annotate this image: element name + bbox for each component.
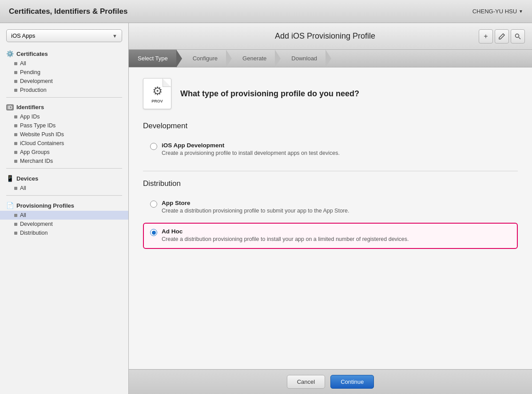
sidebar-section-provisioning: 📄 Provisioning Profiles xyxy=(0,198,128,211)
sidebar-item-merchant-ids[interactable]: Merchant IDs xyxy=(0,157,128,165)
bullet-icon xyxy=(14,214,17,217)
sidebar-item-label: Development xyxy=(20,221,53,227)
sidebar-item-label: Pass Type IDs xyxy=(20,122,56,129)
radio-app-store[interactable]: App Store Create a distribution provisio… xyxy=(143,194,518,221)
top-bar: Certificates, Identifiers & Profiles CHE… xyxy=(0,0,532,23)
radio-circle-ad-hoc xyxy=(150,229,157,236)
devices-icon: 📱 xyxy=(6,175,14,182)
sidebar-item-label: Development xyxy=(20,78,53,84)
bullet-icon xyxy=(14,142,17,145)
section-divider xyxy=(143,171,518,171)
sidebar-section-certificates: ⚙️ Certificates xyxy=(0,47,128,59)
radio-ios-app-development[interactable]: iOS App Development Create a provisionin… xyxy=(143,137,518,163)
sidebar-item-label: All xyxy=(20,60,26,67)
wizard-step-configure[interactable]: Configure xyxy=(177,50,226,67)
content-body: ⚙ PROV What type of provisioning profile… xyxy=(129,67,532,369)
sidebar-item-website-push-ids[interactable]: Website Push IDs xyxy=(0,130,128,139)
sidebar-item-app-groups[interactable]: App Groups xyxy=(0,148,128,157)
wizard-step-label: Download xyxy=(291,55,317,62)
provisioning-icon: 📄 xyxy=(6,202,14,209)
sidebar-item-label: iCloud Containers xyxy=(20,140,64,146)
sidebar-divider xyxy=(6,168,122,169)
identifiers-section-label: Identifiers xyxy=(16,104,44,110)
prov-label: PROV xyxy=(151,99,163,103)
sidebar-item-certs-all[interactable]: All xyxy=(0,59,128,68)
distribution-section-heading: Distribution xyxy=(143,179,518,188)
continue-button[interactable]: Continue xyxy=(330,375,374,389)
radio-desc-app-store: Create a distribution provisioning profi… xyxy=(162,207,349,215)
bullet-icon xyxy=(14,151,17,154)
development-section-heading: Development xyxy=(143,122,518,130)
user-menu[interactable]: CHENG-YU HSU ▼ xyxy=(472,8,523,15)
certificates-icon: ⚙️ xyxy=(6,50,14,57)
platform-dropdown-label: iOS Apps xyxy=(11,32,35,39)
bullet-icon xyxy=(14,115,17,118)
certificates-section-label: Certificates xyxy=(16,51,48,57)
sidebar: iOS Apps ▼ ⚙️ Certificates All Pending D… xyxy=(0,23,129,394)
wizard-step-label: Configure xyxy=(193,55,218,62)
sidebar-divider xyxy=(6,97,122,98)
sidebar-item-label: App IDs xyxy=(20,114,40,120)
platform-dropdown-chevron: ▼ xyxy=(112,33,117,39)
prov-icon: ⚙ PROV xyxy=(143,78,171,109)
radio-content-ios-dev: iOS App Development Create a provisionin… xyxy=(162,142,340,158)
sidebar-item-label: Website Push IDs xyxy=(20,131,64,138)
devices-section-label: Devices xyxy=(16,175,38,182)
radio-ad-hoc[interactable]: Ad Hoc Create a distribution provisionin… xyxy=(143,223,518,249)
bullet-icon xyxy=(14,160,17,163)
bullet-icon xyxy=(14,133,17,136)
main-layout: iOS Apps ▼ ⚙️ Certificates All Pending D… xyxy=(0,23,532,394)
user-chevron-icon: ▼ xyxy=(519,9,523,14)
sidebar-item-label: App Groups xyxy=(20,149,50,155)
sidebar-item-label: Merchant IDs xyxy=(20,158,53,164)
sidebar-item-label: Distribution xyxy=(20,230,48,236)
app-title: Certificates, Identifiers & Profiles xyxy=(9,7,127,16)
wizard-step-generate[interactable]: Generate xyxy=(226,50,275,67)
add-button[interactable]: + xyxy=(479,29,493,43)
sidebar-item-certs-production[interactable]: Production xyxy=(0,86,128,95)
sidebar-item-certs-development[interactable]: Development xyxy=(0,77,128,86)
sidebar-item-icloud-containers[interactable]: iCloud Containers xyxy=(0,139,128,148)
platform-dropdown[interactable]: iOS Apps ▼ xyxy=(6,29,122,42)
radio-desc-ios-dev: Create a provisioning profile to install… xyxy=(162,150,340,158)
radio-title-ad-hoc: Ad Hoc xyxy=(162,228,409,235)
radio-circle-app-store xyxy=(150,201,157,208)
bottom-bar: Cancel Continue xyxy=(129,369,532,394)
sidebar-item-label: All xyxy=(20,212,26,218)
sidebar-item-provisioning-all[interactable]: All xyxy=(0,211,128,220)
bullet-icon xyxy=(14,187,17,190)
radio-title-ios-dev: iOS App Development xyxy=(162,142,340,149)
sidebar-item-app-ids[interactable]: App IDs xyxy=(0,112,128,121)
sidebar-item-provisioning-development[interactable]: Development xyxy=(0,220,128,229)
bullet-icon xyxy=(14,124,17,127)
radio-title-app-store: App Store xyxy=(162,200,349,206)
profile-question: What type of provisioning profile do you… xyxy=(180,89,359,98)
wizard-steps: Select Type Configure Generate Download xyxy=(129,50,532,67)
svg-line-1 xyxy=(519,37,520,39)
sidebar-item-pass-type-ids[interactable]: Pass Type IDs xyxy=(0,121,128,130)
radio-content-ad-hoc: Ad Hoc Create a distribution provisionin… xyxy=(162,228,409,244)
bullet-icon xyxy=(14,62,17,65)
search-button[interactable] xyxy=(511,29,525,43)
cancel-button[interactable]: Cancel xyxy=(287,375,325,389)
sidebar-item-devices-all[interactable]: All xyxy=(0,184,128,193)
bullet-icon xyxy=(14,232,17,235)
wizard-step-label: Generate xyxy=(242,55,266,62)
edit-button[interactable] xyxy=(495,29,509,43)
sidebar-item-provisioning-distribution[interactable]: Distribution xyxy=(0,229,128,237)
wizard-step-label: Select Type xyxy=(138,55,168,62)
wizard-step-select-type[interactable]: Select Type xyxy=(129,50,177,67)
sidebar-divider xyxy=(6,195,122,196)
content-header: Add iOS Provisioning Profile + xyxy=(129,23,532,50)
bullet-icon xyxy=(14,71,17,74)
radio-desc-ad-hoc: Create a distribution provisioning profi… xyxy=(162,236,409,244)
sidebar-item-label: Production xyxy=(20,87,47,93)
sidebar-item-certs-pending[interactable]: Pending xyxy=(0,68,128,77)
sidebar-item-label: All xyxy=(20,185,26,191)
gear-icon: ⚙ xyxy=(152,84,163,98)
radio-circle-ios-dev xyxy=(150,143,157,150)
header-actions: + xyxy=(479,29,525,43)
wizard-step-download[interactable]: Download xyxy=(275,50,326,67)
profile-header: ⚙ PROV What type of provisioning profile… xyxy=(143,78,518,109)
sidebar-section-devices: 📱 Devices xyxy=(0,171,128,184)
